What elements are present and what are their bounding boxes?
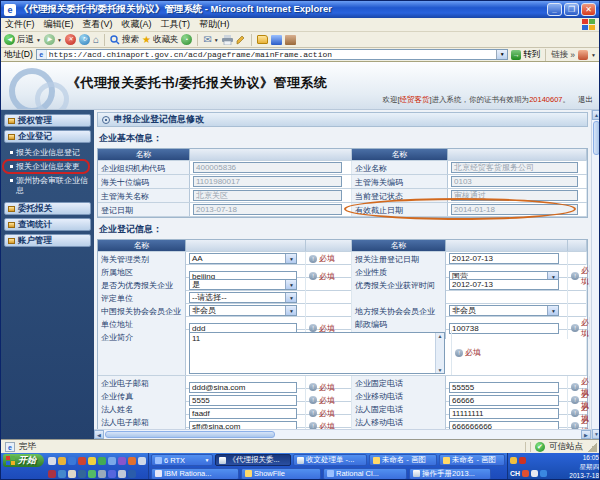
company-name-input[interactable] xyxy=(451,162,578,173)
maximize-button[interactable]: ❐ xyxy=(564,3,579,16)
profile-textarea[interactable]: 11▲▼ xyxy=(189,332,445,374)
quick-launch-icon[interactable] xyxy=(68,457,76,465)
quick-launch-icon[interactable] xyxy=(48,470,56,478)
taskbar-clock[interactable]: 16:05 星期四 2013-7-18 xyxy=(559,454,599,480)
taskbar-button-document[interactable]: 收文处理单 -... xyxy=(293,454,367,466)
reg-date-input[interactable] xyxy=(193,204,342,215)
menu-edit[interactable]: 编辑(E) xyxy=(44,18,74,31)
sidebar-item-entrusted-declaration[interactable]: 委托报关 xyxy=(4,202,91,215)
quick-launch-icon[interactable] xyxy=(128,457,136,465)
quick-launch-icon[interactable] xyxy=(78,470,86,478)
taskbar-button-manual[interactable]: 操作手册2013... xyxy=(409,468,491,480)
address-dropdown-icon[interactable]: ▼ xyxy=(496,50,507,59)
mail-button[interactable]: ✉▼ xyxy=(203,34,218,45)
tray-icon[interactable] xyxy=(531,470,538,477)
sidebar-subitem-assoc-review[interactable]: 源州协会审联企业信息 xyxy=(4,174,91,198)
sidebar-item-query-statistics[interactable]: 查询统计 xyxy=(4,218,91,231)
sidebar-item-account-management[interactable]: 账户管理 xyxy=(4,234,91,247)
links-dropdown-icon[interactable]: ▼ xyxy=(591,52,596,58)
stop-button[interactable]: ✕ xyxy=(65,34,76,45)
search-button[interactable]: 搜索 xyxy=(110,34,139,46)
quick-launch-icon[interactable] xyxy=(118,457,126,465)
expiry-date-input[interactable] xyxy=(451,204,578,215)
sidebar-subitem-info-register[interactable]: 报关企业信息登记 xyxy=(4,146,91,160)
china-assoc-member-select[interactable]: 非会员▼ xyxy=(189,305,297,316)
scrollbar-thumb[interactable] xyxy=(105,431,275,438)
excellent-broker-select[interactable]: 是▼ xyxy=(189,279,297,290)
resize-grip[interactable] xyxy=(587,442,597,452)
scroll-right-icon[interactable]: ▶ xyxy=(581,430,591,439)
taskbar-button-declaration-system[interactable]: 《代理报关委... xyxy=(215,454,291,466)
edit-button[interactable] xyxy=(236,35,246,45)
taskbar-button-paint2[interactable]: 未命名 - 画图 xyxy=(439,454,505,466)
quick-launch-icon[interactable] xyxy=(48,457,56,465)
master-customs-code-input[interactable] xyxy=(451,176,578,187)
quick-launch-icon[interactable] xyxy=(68,470,76,478)
menu-help[interactable]: 帮助(H) xyxy=(199,18,230,31)
address-input[interactable] xyxy=(47,50,497,59)
go-button[interactable]: →转到 xyxy=(511,49,540,61)
fullscreen-button[interactable] xyxy=(285,35,296,45)
tray-icon[interactable] xyxy=(522,470,529,477)
customs10-code-input[interactable] xyxy=(193,176,342,187)
quick-launch-icon[interactable] xyxy=(88,470,96,478)
reg-status-input[interactable] xyxy=(451,190,578,201)
minimize-button[interactable]: _ xyxy=(547,3,562,16)
back-button[interactable]: ◀后退▼ xyxy=(4,34,41,46)
language-indicator[interactable]: CH xyxy=(510,470,520,477)
quick-launch-icon[interactable] xyxy=(58,457,66,465)
org-code-input[interactable] xyxy=(193,162,342,173)
declare-reg-date-input[interactable] xyxy=(449,253,559,264)
menu-file[interactable]: 文件(F) xyxy=(5,18,35,31)
refresh-button[interactable]: ↻ xyxy=(79,34,90,45)
scroll-left-icon[interactable]: ◀ xyxy=(94,430,104,439)
extension-icon[interactable] xyxy=(578,50,588,60)
taskbar-button-showfile[interactable]: ShowFile xyxy=(241,468,321,480)
quick-launch-icon[interactable] xyxy=(98,457,106,465)
logout-link[interactable]: 退出 xyxy=(578,95,593,104)
messenger-button[interactable] xyxy=(271,35,282,45)
customs-category-select[interactable]: AA▼ xyxy=(189,253,297,264)
quick-launch-icon[interactable] xyxy=(108,457,116,465)
links-label[interactable]: 链接» xyxy=(551,49,575,61)
quick-launch-icon[interactable] xyxy=(108,470,116,478)
scroll-down-icon[interactable]: ▼ xyxy=(592,429,600,439)
scrollbar-thumb[interactable] xyxy=(593,121,600,155)
excellent-time-input[interactable] xyxy=(449,279,559,290)
taskbar-button-ibm-rational[interactable]: IBM Rationa... xyxy=(151,468,239,480)
quick-launch-icon[interactable] xyxy=(128,470,136,478)
assessor-select[interactable]: --请选择--▼ xyxy=(189,292,297,303)
sidebar-item-authorization[interactable]: 授权管理 xyxy=(4,114,91,127)
close-button[interactable]: ✕ xyxy=(581,3,596,16)
textarea-scrollbar[interactable]: ▲▼ xyxy=(435,333,444,373)
menu-view[interactable]: 查看(V) xyxy=(83,18,113,31)
vertical-scrollbar[interactable]: ▲ ▼ xyxy=(591,110,600,439)
sidebar-subitem-info-change[interactable]: 报关企业信息变更 xyxy=(4,160,91,174)
scroll-up-icon[interactable]: ▲ xyxy=(592,110,600,120)
master-customs-name-input[interactable] xyxy=(193,190,342,201)
home-button[interactable]: ⌂ xyxy=(93,34,99,45)
tray-icon[interactable] xyxy=(540,470,547,477)
back-dropdown-icon[interactable]: ▼ xyxy=(36,37,41,43)
forward-button[interactable]: ▶▼ xyxy=(44,34,62,45)
history-button[interactable]: • xyxy=(181,34,192,45)
menu-tools[interactable]: 工具(T) xyxy=(161,18,191,31)
mail-dropdown-icon[interactable]: ▼ xyxy=(214,37,219,43)
quick-launch-icon[interactable] xyxy=(58,470,66,478)
print-button[interactable] xyxy=(222,35,233,45)
quick-launch-icon[interactable] xyxy=(78,457,86,465)
taskbar-button-rational-cl[interactable]: Rational Cl... xyxy=(323,468,407,480)
quick-launch-icon[interactable] xyxy=(138,457,146,465)
horizontal-scrollbar[interactable]: ◀ ▶ xyxy=(94,429,591,439)
tray-icon[interactable] xyxy=(510,457,517,464)
forward-dropdown-icon[interactable]: ▼ xyxy=(57,37,62,43)
taskbar-button-rtx[interactable]: 6 RTX▼ xyxy=(151,454,213,466)
quick-launch-icon[interactable] xyxy=(88,457,96,465)
quick-launch-icon[interactable] xyxy=(98,470,106,478)
sidebar-item-enterprise-registration[interactable]: 企业登记 xyxy=(4,130,91,143)
start-button[interactable]: 开始 xyxy=(3,454,44,467)
quick-launch-icon[interactable] xyxy=(118,470,126,478)
folders-button[interactable] xyxy=(257,35,268,44)
favorites-button[interactable]: ★收藏夹 xyxy=(142,34,178,46)
taskbar-button-paint1[interactable]: 未命名 - 画图 xyxy=(369,454,437,466)
